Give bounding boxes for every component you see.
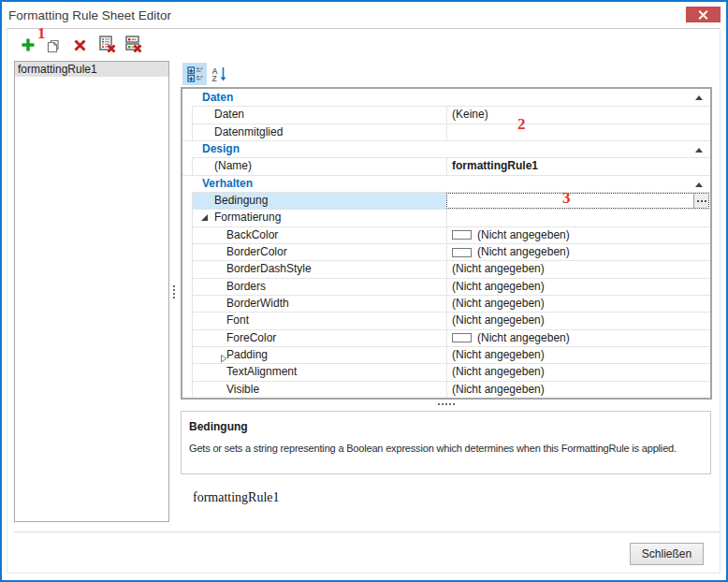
annotation-digit-2: 2 bbox=[517, 116, 526, 132]
property-row-borderwidth[interactable]: BorderWidth(Nicht angegeben) bbox=[182, 295, 710, 312]
property-name-cell[interactable]: Datenmitglied bbox=[193, 124, 446, 140]
copy-rule-button[interactable] bbox=[47, 37, 62, 56]
rules-listbox[interactable]: formattingRule1 bbox=[14, 61, 169, 522]
collapse-arrow-icon[interactable] bbox=[695, 182, 703, 187]
categorized-view-button[interactable] bbox=[182, 63, 207, 85]
close-icon bbox=[698, 10, 708, 20]
property-value-cell[interactable]: (Nicht angegeben) bbox=[446, 226, 710, 243]
property-name-cell[interactable]: BorderDashStyle bbox=[193, 260, 446, 277]
property-row-borderdashstyle[interactable]: BorderDashStyle(Nicht angegeben) bbox=[182, 260, 710, 277]
property-value-cell[interactable]: (Nicht angegeben) bbox=[446, 243, 710, 260]
property-value-cell[interactable]: (Nicht angegeben) bbox=[446, 312, 710, 328]
property-name-label: BorderWidth bbox=[226, 296, 289, 312]
property-name-label: BorderColor bbox=[226, 244, 287, 260]
property-row-borders[interactable]: Borders(Nicht angegeben) bbox=[182, 278, 710, 295]
property-name-label: Visible bbox=[226, 382, 259, 398]
property-name-cell[interactable]: TextAlignment bbox=[193, 363, 446, 380]
property-value-cell[interactable] bbox=[446, 192, 710, 209]
plus-icon bbox=[21, 37, 36, 52]
collapse-arrow-icon[interactable] bbox=[695, 95, 703, 100]
property-name-cell[interactable]: Borders bbox=[193, 278, 446, 295]
row-gutter bbox=[182, 124, 193, 140]
property-value-cell[interactable] bbox=[446, 124, 710, 140]
copy-icon bbox=[47, 37, 62, 52]
color-swatch bbox=[452, 248, 472, 257]
category-row-design[interactable]: Design bbox=[182, 140, 710, 157]
red-x-icon bbox=[74, 39, 86, 51]
window-title: Formatting Rule Sheet Editor bbox=[8, 8, 171, 22]
property-value-cell[interactable]: (Nicht angegeben) bbox=[446, 346, 710, 363]
property-value-text: (Keine) bbox=[452, 107, 488, 123]
property-value-cell[interactable]: (Nicht angegeben) bbox=[446, 363, 710, 380]
property-value-text: (Nicht angegeben) bbox=[452, 313, 545, 328]
property-name-cell[interactable]: Visible bbox=[193, 381, 446, 398]
property-name-label: Borders bbox=[226, 279, 266, 295]
category-label: Daten bbox=[182, 90, 710, 106]
expanded-glyph-icon[interactable] bbox=[201, 214, 208, 221]
row-gutter bbox=[182, 226, 193, 243]
svg-text:Z: Z bbox=[212, 74, 217, 82]
annotation-digit-1: 1 bbox=[37, 25, 46, 41]
schliessen-button[interactable]: Schließen bbox=[630, 543, 704, 565]
property-row-bedingung[interactable]: Bedingung bbox=[182, 192, 710, 209]
property-row-formatierung[interactable]: Formatierung bbox=[182, 209, 710, 226]
property-value-cell[interactable]: (Nicht angegeben) bbox=[446, 278, 710, 295]
delete-rule-button[interactable] bbox=[74, 38, 86, 55]
alphabetical-view-button[interactable]: A Z bbox=[207, 63, 231, 85]
property-row-visible[interactable]: Visible(Nicht angegeben) bbox=[182, 381, 710, 398]
property-row-daten[interactable]: Daten(Keine) bbox=[182, 106, 710, 123]
category-label: Design bbox=[182, 141, 710, 157]
ellipsis-icon bbox=[696, 200, 707, 202]
property-value-cell[interactable]: (Nicht angegeben) bbox=[446, 329, 710, 346]
collapse-arrow-icon[interactable] bbox=[695, 148, 703, 153]
property-value-text: (Nicht angegeben) bbox=[452, 347, 545, 363]
property-name-cell[interactable]: Bedingung bbox=[193, 192, 446, 209]
property-row-forecolor[interactable]: ForeColor(Nicht angegeben) bbox=[182, 329, 710, 346]
list-delete-icon bbox=[99, 36, 117, 52]
property-name-cell[interactable]: Font bbox=[193, 312, 446, 328]
property-value-cell[interactable]: (Nicht angegeben) bbox=[446, 381, 710, 398]
row-gutter bbox=[182, 329, 193, 346]
property-name-cell[interactable]: ForeColor bbox=[193, 329, 446, 346]
property-row-backcolor[interactable]: BackColor(Nicht angegeben) bbox=[182, 226, 710, 243]
condition-editor[interactable] bbox=[446, 193, 709, 209]
property-name-cell[interactable]: Formatierung bbox=[193, 209, 446, 226]
property-row-textalignment[interactable]: TextAlignment(Nicht angegeben) bbox=[182, 363, 710, 380]
rules-list-item[interactable]: formattingRule1 bbox=[15, 62, 168, 77]
property-name-cell[interactable]: BorderColor bbox=[193, 243, 446, 260]
clear-sheets-button[interactable] bbox=[125, 36, 143, 56]
category-row-verhalten[interactable]: Verhalten bbox=[182, 175, 710, 192]
property-row-padding[interactable]: Padding(Nicht angegeben) bbox=[182, 346, 710, 363]
clear-rules-button[interactable] bbox=[99, 36, 117, 56]
property-row-bordercolor[interactable]: BorderColor(Nicht angegeben) bbox=[182, 243, 710, 260]
property-row-name[interactable]: (Name)formattingRule1 bbox=[182, 157, 710, 174]
ellipsis-button[interactable] bbox=[693, 194, 708, 208]
footer-separator bbox=[14, 531, 721, 532]
color-swatch bbox=[452, 333, 472, 342]
property-value-cell[interactable]: formattingRule1 bbox=[446, 157, 710, 174]
property-value-text: (Nicht angegeben) bbox=[452, 364, 545, 380]
sort-az-icon: A Z bbox=[211, 66, 226, 82]
property-name-label: Font bbox=[226, 313, 249, 328]
property-name-cell[interactable]: Daten bbox=[193, 106, 446, 123]
category-row-daten[interactable]: Daten bbox=[182, 89, 710, 106]
condition-editor-text[interactable] bbox=[447, 194, 693, 208]
property-name-label: (Name) bbox=[214, 158, 252, 174]
row-gutter bbox=[182, 346, 193, 363]
property-value-cell[interactable]: (Nicht angegeben) bbox=[446, 260, 710, 277]
vertical-splitter-handle[interactable] bbox=[173, 285, 175, 300]
rows-delete-icon bbox=[125, 36, 143, 52]
property-name-label: Formatierung bbox=[214, 210, 281, 226]
property-value-cell[interactable]: (Nicht angegeben) bbox=[446, 295, 710, 312]
property-value-cell[interactable] bbox=[446, 209, 710, 226]
window-close-button[interactable] bbox=[686, 7, 721, 22]
horizontal-splitter-handle[interactable] bbox=[438, 403, 457, 405]
property-row-datenmitglied[interactable]: Datenmitglied bbox=[182, 124, 710, 140]
add-rule-button[interactable] bbox=[21, 37, 36, 56]
property-name-cell[interactable]: BackColor bbox=[193, 226, 446, 243]
property-value-cell[interactable]: (Keine) bbox=[446, 106, 710, 123]
property-row-font[interactable]: Font(Nicht angegeben) bbox=[182, 312, 710, 328]
property-name-cell[interactable]: BorderWidth bbox=[193, 295, 446, 312]
property-name-cell[interactable]: Padding bbox=[193, 346, 446, 363]
property-name-cell[interactable]: (Name) bbox=[193, 157, 446, 174]
